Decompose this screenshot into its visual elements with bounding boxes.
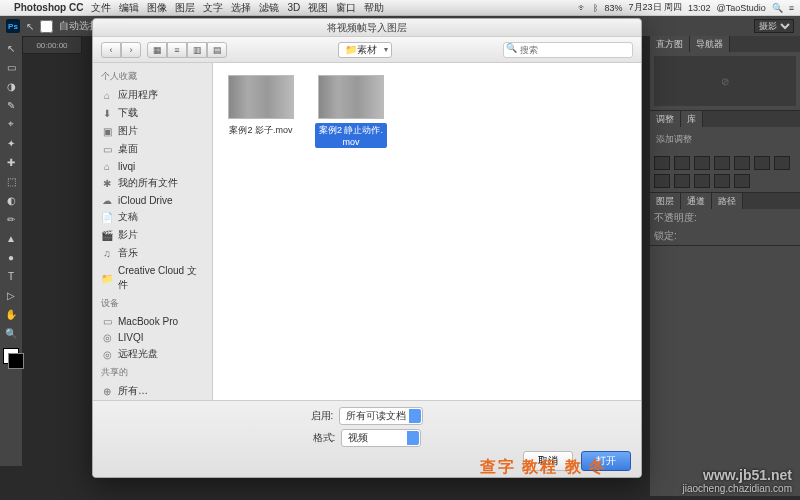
video-thumbnail (318, 75, 384, 119)
sidebar-item[interactable]: 📄文稿 (93, 208, 212, 226)
enable-dropdown[interactable]: 所有可读文档 (339, 407, 423, 425)
sidebar-item[interactable]: ☁iCloud Drive (93, 192, 212, 208)
quick-select-tool[interactable]: ✎ (3, 97, 19, 113)
lasso-tool[interactable]: ◑ (3, 78, 19, 94)
move-tool-icon[interactable]: ↖ (26, 21, 34, 32)
adj-icon[interactable] (674, 174, 690, 188)
menu-help[interactable]: 帮助 (364, 1, 384, 15)
wifi-icon[interactable]: ᯤ (578, 3, 587, 13)
file-browser[interactable]: 案例2 影子.mov案例2 静止动作.mov (213, 63, 641, 400)
menu-3d[interactable]: 3D (287, 2, 300, 13)
search-wrap (503, 42, 633, 58)
type-tool[interactable]: T (3, 268, 19, 284)
zoom-tool[interactable]: 🔍 (3, 325, 19, 341)
marquee-tool[interactable]: ▭ (3, 59, 19, 75)
tab-adjustments[interactable]: 调整 (650, 111, 681, 127)
menu-view[interactable]: 视图 (308, 1, 328, 15)
sidebar-item[interactable]: ⌂应用程序 (93, 86, 212, 104)
sidebar-item-label: Creative Cloud 文件 (118, 264, 204, 292)
tab-channels[interactable]: 通道 (681, 193, 712, 209)
adj-icon[interactable] (654, 174, 670, 188)
view-columns-button[interactable]: ▥ (187, 42, 207, 58)
sidebar-icon: ⬇ (101, 107, 113, 119)
tab-navigator[interactable]: 导航器 (690, 36, 730, 52)
sidebar-item[interactable]: 📁Creative Cloud 文件 (93, 262, 212, 294)
move-tool[interactable]: ↖ (3, 40, 19, 56)
adj-icon[interactable] (714, 156, 730, 170)
adj-icon[interactable] (674, 156, 690, 170)
search-icon[interactable]: 🔍 (772, 3, 783, 13)
adj-icon[interactable] (774, 156, 790, 170)
sidebar-item[interactable]: ⌂livqi (93, 158, 212, 174)
lock-label: 锁定: (654, 229, 677, 243)
bluetooth-icon[interactable]: ᛒ (593, 3, 598, 13)
adj-icon[interactable] (754, 156, 770, 170)
sidebar-item[interactable]: 🎬影片 (93, 226, 212, 244)
sidebar-item[interactable]: ▭桌面 (93, 140, 212, 158)
view-coverflow-button[interactable]: ▤ (207, 42, 227, 58)
sidebar-icon: ☁ (101, 194, 113, 206)
menu-image[interactable]: 图像 (147, 1, 167, 15)
path-dropdown[interactable]: 📁 素材 (338, 42, 392, 58)
menu-window[interactable]: 窗口 (336, 1, 356, 15)
autoselect-checkbox[interactable] (40, 20, 53, 33)
sidebar-item[interactable]: ⬇下载 (93, 104, 212, 122)
menu-filter[interactable]: 滤镜 (259, 1, 279, 15)
watermark-sub: jiaocheng.chazidian.com (682, 483, 792, 494)
crop-tool[interactable]: ⌖ (3, 116, 19, 132)
format-dropdown[interactable]: 视频 (341, 429, 421, 447)
app-name[interactable]: Photoshop CC (14, 2, 83, 13)
eraser-tool[interactable]: ✏ (3, 211, 19, 227)
sidebar-item[interactable]: ◎LIVQI (93, 329, 212, 345)
search-input[interactable] (503, 42, 633, 58)
adj-icon[interactable] (734, 174, 750, 188)
nav-back-button[interactable]: ‹ (101, 42, 121, 58)
brush-tool[interactable]: ⬚ (3, 173, 19, 189)
menubar-time: 13:02 (688, 3, 711, 13)
tab-layers[interactable]: 图层 (650, 193, 681, 209)
view-icons-button[interactable]: ▦ (147, 42, 167, 58)
file-item[interactable]: 案例2 影子.mov (225, 75, 297, 138)
workspace-dropdown[interactable]: 摄影 (754, 19, 794, 33)
sidebar-item[interactable]: ⊕所有… (93, 382, 212, 400)
right-panel-dock: 直方图 导航器 ⊘ 调整 库 添加调整 图层 通道 路径 不透明度: 锁定: (650, 36, 800, 496)
menu-text[interactable]: 文字 (203, 1, 223, 15)
sidebar-icon: ✱ (101, 177, 113, 189)
sidebar-item[interactable]: ▣图片 (93, 122, 212, 140)
dialog-toolbar: ‹ › ▦ ≡ ▥ ▤ 📁 素材 (93, 37, 641, 63)
adj-icon[interactable] (694, 156, 710, 170)
dodge-tool[interactable]: ● (3, 249, 19, 265)
tab-paths[interactable]: 路径 (712, 193, 743, 209)
timeline-timecode: 00:00:00 (22, 36, 82, 54)
folder-icon: 📁 (345, 44, 357, 55)
sidebar-item[interactable]: ▭MacBook Pro (93, 313, 212, 329)
sidebar-item-label: 文稿 (118, 210, 138, 224)
menu-layer[interactable]: 图层 (175, 1, 195, 15)
gradient-tool[interactable]: ▲ (3, 230, 19, 246)
heal-tool[interactable]: ✚ (3, 154, 19, 170)
view-list-button[interactable]: ≡ (167, 42, 187, 58)
menu-edit[interactable]: 编辑 (119, 1, 139, 15)
file-item[interactable]: 案例2 静止动作.mov (315, 75, 387, 148)
sidebar-item[interactable]: ♫音乐 (93, 244, 212, 262)
stamp-tool[interactable]: ◐ (3, 192, 19, 208)
hand-tool[interactable]: ✋ (3, 306, 19, 322)
path-tool[interactable]: ▷ (3, 287, 19, 303)
color-swatch[interactable] (3, 348, 19, 364)
adj-icon[interactable] (734, 156, 750, 170)
menu-select[interactable]: 选择 (231, 1, 251, 15)
sidebar-item[interactable]: ◎远程光盘 (93, 345, 212, 363)
tab-histogram[interactable]: 直方图 (650, 36, 690, 52)
adj-icon[interactable] (714, 174, 730, 188)
eyedropper-tool[interactable]: ✦ (3, 135, 19, 151)
tab-library[interactable]: 库 (681, 111, 703, 127)
nav-forward-button[interactable]: › (121, 42, 141, 58)
menu-file[interactable]: 文件 (91, 1, 111, 15)
notifications-icon[interactable]: ≡ (789, 3, 794, 13)
adj-icon[interactable] (694, 174, 710, 188)
sidebar-item[interactable]: ✱我的所有文件 (93, 174, 212, 192)
battery-percent: 83% (604, 3, 622, 13)
menubar-user[interactable]: @TaoStudio (717, 3, 766, 13)
sidebar-icon: ♫ (101, 247, 113, 259)
adj-icon[interactable] (654, 156, 670, 170)
